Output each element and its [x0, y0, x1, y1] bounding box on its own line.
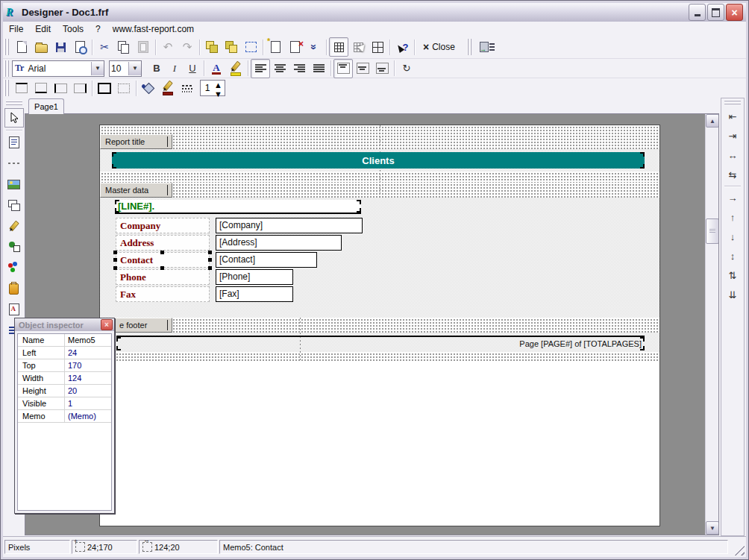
valign-center-button[interactable]: [353, 59, 372, 78]
band-object-button[interactable]: [4, 154, 24, 173]
text-object-button[interactable]: [4, 133, 24, 152]
align-left-button[interactable]: [251, 59, 270, 78]
frame-bottom-button[interactable]: [31, 78, 51, 98]
page-footer-memo[interactable]: Page [PAGE#] of [TOTALPAGES]: [116, 336, 645, 350]
dropdown-arrow-icon[interactable]: ▼: [91, 62, 104, 75]
context-help-button[interactable]: ?: [392, 37, 412, 57]
new-report-button[interactable]: [12, 37, 31, 57]
chart-object-button[interactable]: [4, 258, 24, 277]
field-label-memo[interactable]: Phone: [116, 269, 210, 285]
property-row[interactable]: Top170: [18, 359, 111, 372]
snap-to-grid-button[interactable]: [348, 37, 368, 57]
center-horizontally-button[interactable]: ↔: [724, 146, 742, 164]
field-label-memo[interactable]: Company: [116, 218, 210, 233]
bring-to-front-button[interactable]: [202, 37, 222, 57]
underline-button[interactable]: U: [184, 59, 201, 78]
selection-handle[interactable]: [208, 258, 212, 262]
font-color-button[interactable]: A: [207, 59, 226, 78]
undo-button[interactable]: ↶: [158, 37, 178, 57]
property-row[interactable]: Width124: [18, 372, 111, 385]
property-row[interactable]: Visible1: [18, 397, 111, 410]
align-bottom-edges-button[interactable]: ↓: [724, 227, 742, 245]
close-button[interactable]: ×: [726, 4, 743, 21]
valign-top-button[interactable]: [333, 59, 353, 78]
page-options-button[interactable]: »: [304, 37, 324, 57]
align-left-edges-button[interactable]: ⇤: [724, 107, 742, 125]
align-to-bottom-button[interactable]: ⇊: [724, 286, 742, 303]
property-value[interactable]: Memo5: [65, 336, 111, 345]
show-grid-button[interactable]: [329, 37, 348, 57]
property-value[interactable]: 170: [65, 361, 111, 370]
field-value-memo[interactable]: [Phone]: [216, 269, 293, 285]
shape-object-button[interactable]: [4, 237, 24, 257]
selection-handle[interactable]: [208, 251, 212, 254]
space-equally-vertically-button[interactable]: ⇅: [724, 266, 742, 284]
valign-bottom-button[interactable]: [372, 59, 392, 78]
toolbar-grip[interactable]: [4, 39, 10, 55]
draw-object-button[interactable]: [4, 216, 24, 236]
select-tool-button[interactable]: [4, 108, 24, 128]
align-center-button[interactable]: [270, 59, 289, 78]
insert-band-button[interactable]: *: [266, 37, 285, 57]
align-to-grid-button[interactable]: [368, 37, 387, 57]
line-width-spinner[interactable]: 1 ▲▼: [200, 80, 225, 96]
band-tab-report-title[interactable]: Report title: [100, 134, 172, 149]
space-equally-horizontally-button[interactable]: ⇆: [724, 166, 742, 183]
barcode-object-button[interactable]: [4, 279, 24, 298]
copy-button[interactable]: [114, 37, 134, 57]
highlight-button[interactable]: [226, 59, 245, 78]
spin-up-icon[interactable]: ▲: [214, 81, 225, 89]
toolbar-grip[interactable]: [6, 101, 22, 106]
vertical-scrollbar[interactable]: ▲ ▼: [705, 114, 718, 535]
property-row[interactable]: NameMemo5: [18, 334, 111, 347]
preview-button[interactable]: [70, 37, 90, 57]
save-button[interactable]: [51, 37, 70, 57]
send-to-back-button[interactable]: [222, 37, 241, 57]
align-right-edges-button[interactable]: ⇥: [724, 127, 742, 145]
line-style-button[interactable]: [178, 78, 197, 98]
menu-website-link[interactable]: www.fast-report.com: [107, 22, 200, 36]
align-right-button[interactable]: [289, 59, 309, 78]
redo-button[interactable]: ↷: [178, 37, 197, 57]
property-row[interactable]: Height20: [18, 385, 111, 397]
menu-file[interactable]: File: [3, 22, 29, 36]
scrollbar-thumb[interactable]: [706, 218, 719, 244]
line-color-button[interactable]: [158, 78, 178, 98]
scroll-up-button[interactable]: ▲: [706, 114, 719, 128]
menu-help[interactable]: ?: [90, 22, 107, 36]
resize-grip[interactable]: [734, 545, 745, 556]
selection-handle[interactable]: [208, 266, 212, 270]
inspector-title-bar[interactable]: Object inspector ×: [15, 318, 114, 331]
richtext-object-button[interactable]: A: [4, 300, 24, 319]
selection-handle[interactable]: [160, 266, 164, 270]
open-button[interactable]: [31, 37, 51, 57]
close-designer-button[interactable]: × Close: [417, 37, 461, 57]
frame-all-button[interactable]: [95, 78, 114, 98]
picture-object-button[interactable]: [4, 174, 24, 194]
selection-handle[interactable]: [113, 258, 117, 262]
title-memo[interactable]: Clients: [112, 152, 645, 169]
inspector-close-button[interactable]: ×: [101, 319, 113, 330]
frame-none-button[interactable]: [114, 78, 134, 98]
selection-handle[interactable]: [160, 251, 164, 254]
object-inspector[interactable]: Object inspector × NameMemo5 Left24 Top1…: [14, 318, 115, 514]
align-top-edges-button[interactable]: ↑: [724, 208, 742, 226]
frame-right-button[interactable]: [70, 78, 90, 98]
scroll-down-button[interactable]: ▼: [706, 521, 719, 535]
toolbar-grip[interactable]: [4, 60, 10, 77]
property-value[interactable]: 24: [65, 348, 111, 357]
property-value[interactable]: (Memo): [65, 412, 111, 421]
data-dictionary-button[interactable]: [474, 37, 494, 57]
cut-button[interactable]: ✂: [95, 37, 114, 57]
center-vertically-button[interactable]: ↕: [724, 247, 742, 265]
field-label-memo-selected[interactable]: Contact: [116, 252, 210, 268]
property-value[interactable]: 124: [65, 374, 111, 383]
band-tab-master-data[interactable]: Master data: [100, 183, 172, 198]
property-value[interactable]: 1: [65, 399, 111, 408]
field-label-memo[interactable]: Address: [116, 235, 210, 251]
tab-page1[interactable]: Page1: [28, 98, 64, 114]
property-value[interactable]: 20: [65, 386, 111, 395]
field-value-memo[interactable]: [Fax]: [216, 286, 293, 302]
menu-tools[interactable]: Tools: [57, 22, 90, 36]
subreport-object-button[interactable]: [4, 195, 24, 215]
